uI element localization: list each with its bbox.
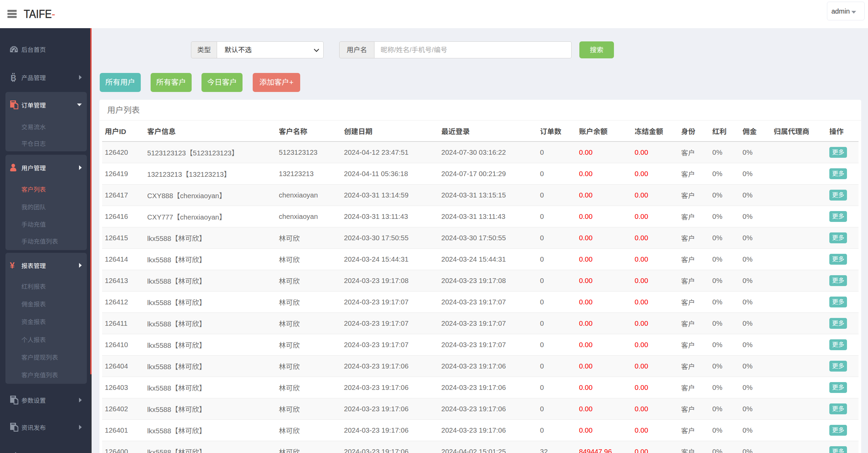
svg-text:B: B — [11, 74, 16, 82]
